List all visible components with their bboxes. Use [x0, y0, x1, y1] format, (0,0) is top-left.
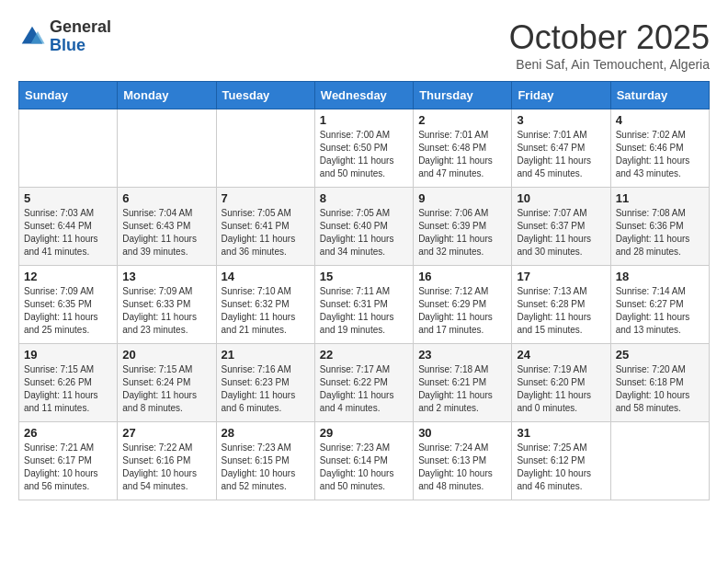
day-info: Sunrise: 7:08 AM Sunset: 6:36 PM Dayligh… [616, 207, 704, 259]
day-number: 12 [24, 270, 112, 283]
day-number: 17 [517, 270, 605, 283]
calendar-cell: 22Sunrise: 7:17 AM Sunset: 6:22 PM Dayli… [314, 344, 413, 422]
logo-text: General Blue [50, 18, 111, 55]
day-info: Sunrise: 7:23 AM Sunset: 6:15 PM Dayligh… [222, 442, 310, 493]
day-number: 3 [517, 113, 605, 127]
calendar-cell [19, 109, 118, 188]
day-info: Sunrise: 7:02 AM Sunset: 6:46 PM Dayligh… [616, 129, 704, 180]
calendar-cell: 21Sunrise: 7:16 AM Sunset: 6:23 PM Dayli… [216, 344, 314, 422]
day-number: 25 [616, 348, 704, 362]
day-info: Sunrise: 7:01 AM Sunset: 6:47 PM Dayligh… [517, 129, 605, 180]
calendar-cell: 18Sunrise: 7:14 AM Sunset: 6:27 PM Dayli… [610, 266, 709, 344]
calendar-week-5: 26Sunrise: 7:21 AM Sunset: 6:17 PM Dayli… [19, 422, 710, 500]
col-header-friday: Friday [512, 82, 610, 109]
calendar-cell: 25Sunrise: 7:20 AM Sunset: 6:18 PM Dayli… [610, 344, 709, 422]
day-number: 14 [222, 270, 310, 283]
calendar-cell: 1Sunrise: 7:00 AM Sunset: 6:50 PM Daylig… [314, 109, 413, 188]
day-info: Sunrise: 7:05 AM Sunset: 6:41 PM Dayligh… [222, 207, 310, 259]
day-info: Sunrise: 7:05 AM Sunset: 6:40 PM Dayligh… [320, 207, 408, 259]
day-info: Sunrise: 7:14 AM Sunset: 6:27 PM Dayligh… [616, 285, 704, 337]
day-number: 8 [320, 191, 408, 205]
day-info: Sunrise: 7:00 AM Sunset: 6:50 PM Dayligh… [320, 129, 408, 180]
day-number: 24 [517, 348, 605, 362]
calendar-table: SundayMondayTuesdayWednesdayThursdayFrid… [18, 81, 710, 500]
day-info: Sunrise: 7:10 AM Sunset: 6:32 PM Dayligh… [222, 285, 310, 337]
calendar-cell: 24Sunrise: 7:19 AM Sunset: 6:20 PM Dayli… [512, 344, 610, 422]
day-number: 1 [320, 113, 408, 127]
calendar-cell: 6Sunrise: 7:04 AM Sunset: 6:43 PM Daylig… [118, 188, 216, 266]
day-number: 4 [616, 113, 704, 127]
calendar-cell: 9Sunrise: 7:06 AM Sunset: 6:39 PM Daylig… [414, 188, 512, 266]
day-number: 5 [24, 191, 112, 205]
col-header-thursday: Thursday [414, 82, 512, 109]
day-info: Sunrise: 7:12 AM Sunset: 6:29 PM Dayligh… [418, 285, 506, 337]
day-info: Sunrise: 7:20 AM Sunset: 6:18 PM Dayligh… [616, 363, 704, 415]
day-info: Sunrise: 7:11 AM Sunset: 6:31 PM Dayligh… [320, 285, 408, 337]
day-number: 31 [517, 426, 605, 440]
calendar-cell: 15Sunrise: 7:11 AM Sunset: 6:31 PM Dayli… [314, 266, 413, 344]
month-title: October 2025 [509, 18, 710, 57]
calendar-week-1: 1Sunrise: 7:00 AM Sunset: 6:50 PM Daylig… [19, 109, 710, 188]
day-info: Sunrise: 7:24 AM Sunset: 6:13 PM Dayligh… [418, 442, 506, 493]
calendar-header-row: SundayMondayTuesdayWednesdayThursdayFrid… [19, 82, 710, 109]
logo-general: General [50, 17, 111, 36]
calendar-cell: 10Sunrise: 7:07 AM Sunset: 6:37 PM Dayli… [512, 188, 610, 266]
day-info: Sunrise: 7:21 AM Sunset: 6:17 PM Dayligh… [24, 442, 112, 493]
day-number: 15 [320, 270, 408, 283]
day-number: 13 [122, 270, 210, 283]
col-header-wednesday: Wednesday [314, 82, 413, 109]
day-info: Sunrise: 7:16 AM Sunset: 6:23 PM Dayligh… [222, 363, 310, 415]
calendar-cell: 16Sunrise: 7:12 AM Sunset: 6:29 PM Dayli… [414, 266, 512, 344]
calendar-cell: 19Sunrise: 7:15 AM Sunset: 6:26 PM Dayli… [19, 344, 118, 422]
calendar-cell: 12Sunrise: 7:09 AM Sunset: 6:35 PM Dayli… [19, 266, 118, 344]
col-header-tuesday: Tuesday [216, 82, 314, 109]
day-info: Sunrise: 7:13 AM Sunset: 6:28 PM Dayligh… [517, 285, 605, 337]
calendar-cell: 8Sunrise: 7:05 AM Sunset: 6:40 PM Daylig… [314, 188, 413, 266]
calendar-cell [118, 109, 216, 188]
calendar-cell: 27Sunrise: 7:22 AM Sunset: 6:16 PM Dayli… [118, 422, 216, 500]
calendar-cell [216, 109, 314, 188]
calendar-cell: 20Sunrise: 7:15 AM Sunset: 6:24 PM Dayli… [118, 344, 216, 422]
day-number: 26 [24, 426, 112, 440]
day-info: Sunrise: 7:19 AM Sunset: 6:20 PM Dayligh… [517, 363, 605, 415]
calendar-cell: 3Sunrise: 7:01 AM Sunset: 6:47 PM Daylig… [512, 109, 610, 188]
logo-blue: Blue [50, 36, 85, 54]
day-number: 6 [122, 191, 210, 205]
day-number: 21 [222, 348, 310, 362]
col-header-saturday: Saturday [610, 82, 709, 109]
day-number: 7 [222, 191, 310, 205]
location-subtitle: Beni Saf, Ain Temouchent, Algeria [509, 57, 710, 72]
col-header-sunday: Sunday [19, 82, 118, 109]
calendar-week-4: 19Sunrise: 7:15 AM Sunset: 6:26 PM Dayli… [19, 344, 710, 422]
calendar-cell: 29Sunrise: 7:23 AM Sunset: 6:14 PM Dayli… [314, 422, 413, 500]
calendar-cell: 5Sunrise: 7:03 AM Sunset: 6:44 PM Daylig… [19, 188, 118, 266]
day-number: 30 [418, 426, 506, 440]
col-header-monday: Monday [118, 82, 216, 109]
day-number: 18 [616, 270, 704, 283]
day-number: 10 [517, 191, 605, 205]
page-header: General Blue October 2025 Beni Saf, Ain … [18, 18, 710, 72]
day-info: Sunrise: 7:15 AM Sunset: 6:24 PM Dayligh… [122, 363, 210, 415]
day-info: Sunrise: 7:09 AM Sunset: 6:35 PM Dayligh… [24, 285, 112, 337]
day-number: 19 [24, 348, 112, 362]
day-info: Sunrise: 7:07 AM Sunset: 6:37 PM Dayligh… [517, 207, 605, 259]
day-info: Sunrise: 7:04 AM Sunset: 6:43 PM Dayligh… [122, 207, 210, 259]
calendar-week-3: 12Sunrise: 7:09 AM Sunset: 6:35 PM Dayli… [19, 266, 710, 344]
calendar-cell: 26Sunrise: 7:21 AM Sunset: 6:17 PM Dayli… [19, 422, 118, 500]
day-info: Sunrise: 7:06 AM Sunset: 6:39 PM Dayligh… [418, 207, 506, 259]
logo: General Blue [18, 18, 111, 55]
day-number: 2 [418, 113, 506, 127]
logo-icon [18, 23, 46, 51]
day-info: Sunrise: 7:17 AM Sunset: 6:22 PM Dayligh… [320, 363, 408, 415]
title-block: October 2025 Beni Saf, Ain Temouchent, A… [509, 18, 710, 72]
calendar-cell: 13Sunrise: 7:09 AM Sunset: 6:33 PM Dayli… [118, 266, 216, 344]
calendar-cell: 14Sunrise: 7:10 AM Sunset: 6:32 PM Dayli… [216, 266, 314, 344]
day-number: 29 [320, 426, 408, 440]
day-number: 9 [418, 191, 506, 205]
calendar-cell: 31Sunrise: 7:25 AM Sunset: 6:12 PM Dayli… [512, 422, 610, 500]
calendar-cell: 30Sunrise: 7:24 AM Sunset: 6:13 PM Dayli… [414, 422, 512, 500]
calendar-cell: 28Sunrise: 7:23 AM Sunset: 6:15 PM Dayli… [216, 422, 314, 500]
calendar-cell: 2Sunrise: 7:01 AM Sunset: 6:48 PM Daylig… [414, 109, 512, 188]
calendar-week-2: 5Sunrise: 7:03 AM Sunset: 6:44 PM Daylig… [19, 188, 710, 266]
day-info: Sunrise: 7:25 AM Sunset: 6:12 PM Dayligh… [517, 442, 605, 493]
